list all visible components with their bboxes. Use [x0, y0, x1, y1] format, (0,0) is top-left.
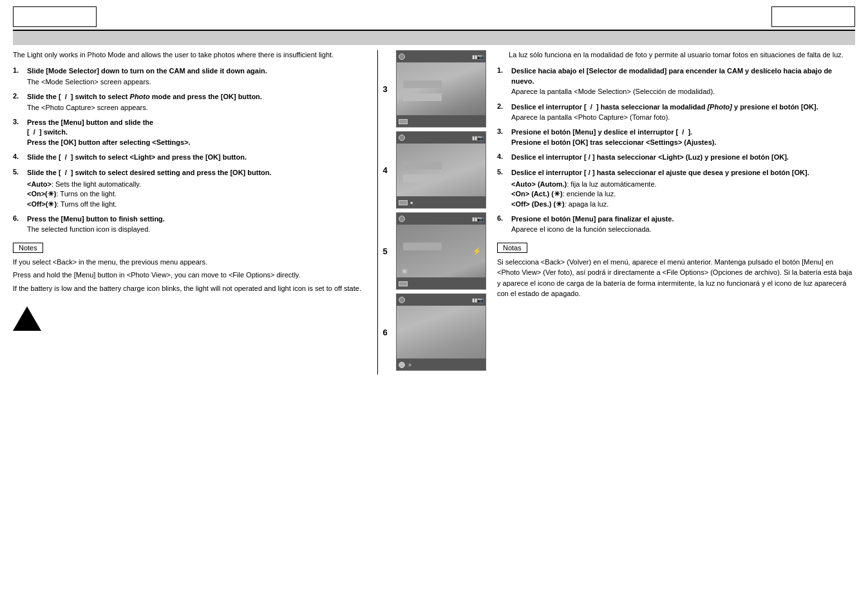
cam-body-4 [397, 144, 486, 196]
cam-ctrl-icon-5 [399, 281, 408, 286]
cam-image-4: ▮▮📷 ● [396, 131, 486, 209]
cam-bottom-5 [397, 277, 486, 290]
left-intro: The Light only works in Photo Mode and a… [13, 50, 371, 60]
cam-ctrl-6: ☀ [408, 362, 412, 368]
right-step-4-num: 4. [497, 153, 511, 160]
img-badge-3: 3 [383, 84, 393, 94]
step-5-content: Slide the [ / ] switch to select desired… [27, 168, 371, 210]
right-step-5-num: 5. [497, 168, 511, 176]
right-step-4: 4. Deslice el interruptor [ / ] hasta se… [497, 153, 855, 162]
step-5-title: Slide the [ / ] switch to select desired… [27, 169, 272, 176]
step-3-content: Press the [Menu] button and slide the[ /… [27, 118, 371, 147]
cam-mic-icon: ▣ [402, 268, 408, 274]
page-wrapper: The Light only works in Photo Mode and a… [0, 0, 868, 614]
step-6-content: Press the [Menu] button to finish settin… [27, 214, 371, 235]
cam-ctrl-icon-4 [399, 200, 408, 205]
step-1-sub: The <Mode Selection> screen appears. [27, 77, 371, 87]
cam-flash-icon: ⚡ [473, 247, 482, 256]
img-block-3: 3 ▮▮📷 [381, 50, 487, 127]
cam-top-4: ▮▮📷 [397, 132, 486, 144]
step-6-sub: The selected function icon is displayed. [27, 225, 371, 234]
cam-body-6 [397, 306, 486, 358]
cam-lens-icon-5 [399, 216, 405, 222]
img-badge-5: 5 [383, 247, 393, 256]
right-intro: La luz sólo funciona en la modalidad de … [497, 50, 855, 60]
cam-body-3 [397, 62, 486, 115]
right-step-5-title: Deslice el interruptor [ / ] hasta selec… [511, 169, 809, 176]
notes-content-1: If you select <Back> in the menu, the pr… [13, 257, 371, 268]
right-step-3-title: Presione el botón [Menu] y deslice el in… [511, 128, 716, 145]
step-3: 3. Press the [Menu] button and slide the… [13, 118, 371, 147]
right-step-3-content: Presione el botón [Menu] y deslice el in… [511, 127, 855, 147]
right-step-4-title: Deslice el interruptor [ / ] hasta selec… [511, 153, 789, 161]
cam-top-3: ▮▮📷 [397, 51, 486, 62]
step-1-title: Slide [Mode Selector] down to turn on th… [27, 67, 267, 75]
right-step-2-sub: Aparece la pantalla <Photo Capture> (Tom… [511, 113, 855, 122]
right-step-1-num: 1. [497, 66, 511, 74]
cam-image-5: ▮▮📷 ⚡ ▣ [396, 212, 486, 290]
right-step-2-title: Deslice el interruptor [ / ] hasta selec… [511, 103, 818, 111]
cam-battery-icon-6: ▮▮📷 [472, 297, 484, 303]
cam-flash-icon-6 [399, 362, 405, 368]
cam-lens-icon-6 [399, 297, 405, 303]
cam-ctrl-icon-3 [399, 119, 408, 124]
right-step-1-sub: Aparece la pantalla <Mode Selection> (Se… [511, 87, 855, 97]
center-images-section: 3 ▮▮📷 4 [378, 50, 491, 375]
step-2-title: Slide the [ / ] switch to select Photo m… [27, 93, 262, 100]
right-step-5-sub: <Auto> (Autom.): fija la luz automáticam… [511, 180, 855, 209]
cam-image-3: ▮▮📷 [396, 50, 486, 127]
right-step-3: 3. Presione el botón [Menu] y deslice el… [497, 127, 855, 147]
step-1-num: 1. [13, 66, 27, 74]
cam-highlight-4b [403, 174, 442, 182]
notes-content-3: If the battery is low and the battery ch… [13, 283, 371, 294]
step-3-num: 3. [13, 118, 27, 126]
cam-body-5: ⚡ ▣ [397, 225, 486, 277]
right-section: La luz sólo funciona en la modalidad de … [491, 50, 855, 375]
cam-bottom-4: ● [397, 196, 486, 209]
cam-image-6: ▮▮📷 ☀ [396, 293, 486, 371]
top-right-box [771, 6, 855, 27]
cam-battery-icon-4: ▮▮📷 [472, 135, 484, 141]
cam-lens-icon-4 [399, 135, 405, 141]
right-step-5: 5. Deslice el interruptor [ / ] hasta se… [497, 168, 855, 210]
cam-bottom-6: ☀ [397, 358, 486, 371]
notes-label: Notes [19, 244, 37, 252]
main-content: The Light only works in Photo Mode and a… [13, 50, 855, 375]
section-header-bar [13, 31, 855, 45]
cam-highlight-4a [403, 162, 442, 169]
step-5-sub: <Auto>: Sets the light automatically. <O… [27, 180, 371, 209]
step-2-content: Slide the [ / ] switch to select Photo m… [27, 92, 371, 113]
step-3-title: Press the [Menu] button and slide the[ /… [27, 118, 191, 146]
cam-top-6: ▮▮📷 [397, 294, 486, 306]
right-step-2-num: 2. [497, 102, 511, 110]
cam-top-5: ▮▮📷 [397, 213, 486, 225]
right-step-6-sub: Aparece el icono de la función seleccion… [511, 225, 855, 234]
cam-highlight-3b [403, 93, 442, 101]
img-block-5: 5 ▮▮📷 ⚡ ▣ [381, 212, 487, 290]
right-step-3-num: 3. [497, 127, 511, 135]
notes-box: Notes [13, 243, 43, 253]
cam-battery-icon-3: ▮▮📷 [472, 54, 484, 60]
img-badge-4: 4 [383, 165, 393, 175]
step-2-num: 2. [13, 92, 27, 100]
step-5-num: 5. [13, 168, 27, 176]
step-6-num: 6. [13, 214, 27, 222]
cam-ctrl-icon-4b: ● [410, 200, 413, 206]
cam-highlight-3a [403, 80, 442, 88]
step-2-sub: The <Photo Capture> screen appears. [27, 103, 371, 113]
top-row [13, 6, 855, 27]
step-2: 2. Slide the [ / ] switch to select Phot… [13, 92, 371, 113]
step-1: 1. Slide [Mode Selector] down to turn on… [13, 66, 371, 87]
cam-highlight-5a [403, 243, 442, 250]
img-block-6: 6 ▮▮📷 ☀ [381, 293, 487, 371]
step-6: 6. Press the [Menu] button to finish set… [13, 214, 371, 235]
right-step-1-title: Deslice hacia abajo el [Selector de moda… [511, 67, 832, 84]
step-1-content: Slide [Mode Selector] down to turn on th… [27, 66, 371, 87]
right-step-6-content: Presione el botón [Menu] para finalizar … [511, 214, 855, 235]
right-step-2: 2. Deslice el interruptor [ / ] hasta se… [497, 102, 855, 123]
left-section: The Light only works in Photo Mode and a… [13, 50, 378, 375]
notas-label: Notas [503, 244, 522, 252]
step-4-content: Slide the [ / ] switch to select <Light>… [27, 153, 371, 162]
step-6-title: Press the [Menu] button to finish settin… [27, 215, 165, 223]
step-4-num: 4. [13, 153, 27, 160]
